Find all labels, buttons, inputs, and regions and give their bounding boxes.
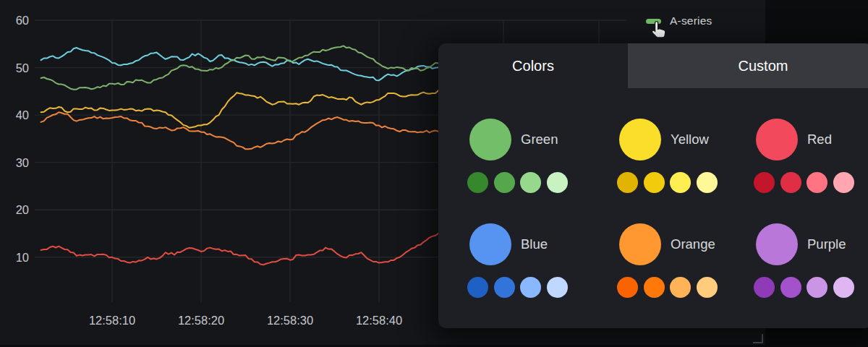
y-axis-tick-label: 20 [16, 203, 29, 216]
color-swatch-yellow-variant-3[interactable] [670, 172, 691, 193]
color-group-label: Orange [671, 236, 715, 252]
color-picker-tabs: Colors Custom [438, 43, 868, 88]
color-group-label: Green [521, 132, 558, 147]
color-group-red: Red [756, 119, 868, 211]
y-axis-tick-label: 40 [16, 108, 29, 121]
color-group-green: Green [469, 119, 598, 211]
color-group-label: Yellow [671, 132, 709, 147]
color-group-blue: Blue [469, 223, 598, 316]
color-group-label: Blue [521, 236, 548, 252]
tab-custom[interactable]: Custom [628, 43, 868, 88]
color-swatch-orange-variant-1[interactable] [617, 277, 638, 298]
color-groups: GreenYellowRedBlueOrangePurple [438, 88, 868, 328]
color-variants-row [467, 277, 568, 298]
color-swatch-purple-variant-2[interactable] [780, 277, 801, 298]
color-swatch-purple-variant-3[interactable] [807, 277, 827, 298]
color-swatch-purple-variant-1[interactable] [754, 277, 775, 298]
color-swatch-red[interactable] [756, 119, 798, 160]
color-swatch-orange-variant-3[interactable] [670, 277, 691, 298]
color-swatch-purple-variant-4[interactable] [833, 277, 854, 298]
color-variants-row [617, 277, 718, 298]
color-swatch-orange-variant-2[interactable] [644, 277, 665, 298]
color-swatch-red-variant-2[interactable] [780, 172, 801, 193]
color-swatch-blue[interactable] [469, 223, 511, 265]
color-picker-popup: Colors Custom GreenYellowRedBlueOrangePu… [438, 43, 868, 328]
color-swatch-green-variant-1[interactable] [467, 172, 488, 193]
color-group-purple: Purple [756, 223, 868, 316]
tab-colors[interactable]: Colors [438, 43, 628, 88]
color-swatch-yellow-variant-2[interactable] [644, 172, 665, 193]
x-axis-tick-label: 12:58:30 [267, 314, 313, 327]
color-group-orange: Orange [619, 223, 748, 316]
color-variants-row [754, 277, 854, 298]
color-swatch-blue-variant-1[interactable] [467, 277, 488, 298]
color-swatch-blue-variant-4[interactable] [547, 277, 568, 298]
y-axis-tick-label: 60 [16, 14, 29, 27]
color-variants-row [467, 172, 568, 193]
series-line-cyan [41, 48, 442, 80]
color-group-yellow: Yellow [619, 119, 748, 211]
color-swatch-blue-variant-2[interactable] [494, 277, 515, 298]
series-line-red [41, 230, 442, 265]
tab-custom-label: Custom [739, 58, 788, 74]
color-group-label: Purple [807, 236, 846, 252]
color-swatch-orange[interactable] [619, 223, 661, 265]
legend-series-label: A-series [670, 14, 712, 27]
legend-series-marker[interactable] [646, 19, 661, 24]
color-swatch-green[interactable] [469, 119, 511, 160]
color-swatch-green-variant-2[interactable] [494, 172, 515, 193]
color-swatch-green-variant-4[interactable] [547, 172, 568, 193]
legend-item-a-series[interactable]: A-series [646, 14, 712, 27]
panel-resize-grip[interactable] [753, 334, 763, 343]
x-axis-tick-label: 12:58:10 [89, 314, 135, 327]
color-swatch-yellow[interactable] [619, 119, 661, 160]
color-swatch-yellow-variant-4[interactable] [697, 172, 718, 193]
x-axis-tick-label: 12:58:40 [356, 314, 402, 327]
color-swatch-blue-variant-3[interactable] [520, 277, 541, 298]
color-swatch-red-variant-3[interactable] [807, 172, 827, 193]
color-swatch-orange-variant-4[interactable] [697, 277, 718, 298]
color-variants-row [617, 172, 718, 193]
color-swatch-red-variant-4[interactable] [833, 172, 854, 193]
color-swatch-red-variant-1[interactable] [754, 172, 775, 193]
y-axis-tick-label: 10 [16, 251, 29, 264]
color-variants-row [754, 172, 854, 193]
x-axis-tick-label: 12:58:20 [178, 314, 224, 327]
color-group-label: Red [807, 132, 832, 147]
color-swatch-yellow-variant-1[interactable] [617, 172, 638, 193]
y-axis-tick-label: 30 [16, 156, 29, 169]
color-swatch-purple[interactable] [756, 223, 798, 265]
color-swatch-green-variant-3[interactable] [520, 172, 541, 193]
y-axis-tick-label: 50 [16, 61, 29, 74]
series-line-orange [41, 112, 442, 149]
series-line-yellow [41, 90, 442, 128]
tab-colors-label: Colors [512, 58, 554, 74]
grafana-dashboard: 60504030201012:58:1012:58:2012:58:3012:5… [0, 0, 868, 347]
